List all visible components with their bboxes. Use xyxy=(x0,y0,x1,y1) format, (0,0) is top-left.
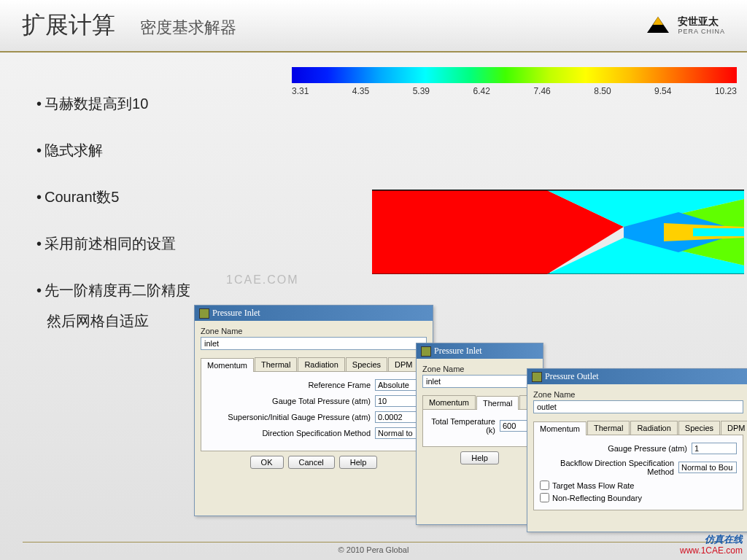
scale-tick: 9.54 xyxy=(654,86,671,96)
scale-tick: 7.46 xyxy=(533,86,550,96)
logo-text-group: 安世亚太 PERA CHINA xyxy=(678,16,725,34)
dialog-title-text: Pressure Inlet xyxy=(434,346,482,357)
total-temp-label: Total Temperature (k) xyxy=(429,417,495,435)
scale-tick: 3.31 xyxy=(292,86,309,96)
tab-bar: Momentum Thermal Radiatio xyxy=(422,395,537,410)
tab-thermal[interactable]: Thermal xyxy=(587,421,630,435)
cancel-button[interactable]: Cancel xyxy=(288,456,335,469)
tab-momentum[interactable]: Momentum xyxy=(533,421,587,435)
tab-content: Gauge Pressure (atm) Backflow Direction … xyxy=(533,435,743,510)
svg-marker-9 xyxy=(693,228,744,236)
help-button[interactable]: Help xyxy=(460,451,499,464)
tab-content: Reference Frame Gauge Total Pressure (at… xyxy=(201,372,427,451)
zone-name-label: Zone Name xyxy=(533,390,743,399)
direction-combo[interactable] xyxy=(375,427,420,439)
button-row: Help xyxy=(422,447,537,469)
company-logo: 安世亚太 PERA CHINA xyxy=(644,15,725,36)
tab-content: Total Temperature (k) xyxy=(422,410,537,447)
tab-dpm[interactable]: DPM xyxy=(721,421,747,435)
watermark-cn: 仿真在线 xyxy=(680,534,743,545)
pressure-inlet-dialog-momentum: Pressure Inlet Zone Name Momentum Therma… xyxy=(194,305,433,516)
ref-frame-label: Reference Frame xyxy=(308,381,371,389)
cfd-contour-plot xyxy=(372,190,744,273)
bullet-item: 采用前述相同的设置 xyxy=(36,235,190,252)
target-mass-checkbox[interactable] xyxy=(540,481,549,490)
tab-species[interactable]: Species xyxy=(346,357,387,371)
tab-momentum[interactable]: Momentum xyxy=(201,358,254,372)
scale-bar xyxy=(292,67,737,83)
supersonic-label: Supersonic/Initial Gauge Pressure (atm) xyxy=(228,413,371,421)
scale-tick: 4.35 xyxy=(352,86,369,96)
scale-tick: 8.50 xyxy=(594,86,611,96)
bullet-item: 先一阶精度再二阶精度 xyxy=(36,281,190,299)
pressure-inlet-dialog-thermal: Pressure Inlet Zone Name Momentum Therma… xyxy=(416,343,543,525)
tab-thermal[interactable]: Thermal xyxy=(255,357,297,371)
supersonic-input[interactable] xyxy=(375,411,420,423)
scale-labels: 3.31 4.35 5.39 6.42 7.46 8.50 9.54 10.23 xyxy=(292,86,737,96)
bullet-item: 马赫数提高到10 xyxy=(36,95,190,112)
color-scale: 3.31 4.35 5.39 6.42 7.46 8.50 9.54 10.23 xyxy=(292,67,737,96)
non-reflecting-label: Non-Reflecting Boundary xyxy=(552,494,642,502)
logo-text-cn: 安世亚太 xyxy=(678,16,725,27)
watermark-url: www.1CAE.com xyxy=(680,545,743,556)
footer-copyright: © 2010 Pera Global xyxy=(0,542,747,554)
bullet-item: 隐式求解 xyxy=(36,141,190,159)
backflow-dir-combo[interactable] xyxy=(678,462,737,473)
tab-thermal[interactable]: Thermal xyxy=(476,396,519,410)
dialog-icon xyxy=(421,346,431,357)
svg-marker-1 xyxy=(653,17,663,25)
dialog-titlebar[interactable]: Pressure Inlet xyxy=(195,306,433,321)
zone-name-label: Zone Name xyxy=(422,365,537,373)
tab-radiation[interactable]: Radiation xyxy=(630,421,677,435)
direction-label: Direction Specification Method xyxy=(262,429,371,438)
gauge-total-input[interactable] xyxy=(375,395,420,407)
tab-species[interactable]: Species xyxy=(678,421,720,435)
help-button[interactable]: Help xyxy=(339,456,378,469)
pressure-outlet-dialog: Pressure Outlet Zone Name Momentum Therm… xyxy=(527,368,747,532)
bullet-item: Courant数5 xyxy=(36,188,190,206)
ok-button[interactable]: OK xyxy=(250,456,284,469)
dialog-icon xyxy=(532,372,542,382)
gauge-pressure-input[interactable] xyxy=(692,443,737,454)
backflow-dir-label: Backflow Direction Specification Method xyxy=(540,459,674,476)
zone-name-input[interactable] xyxy=(533,400,743,413)
dialog-icon xyxy=(199,308,209,319)
tab-bar: Momentum Thermal Radiation Species DPM xyxy=(533,421,743,435)
gauge-pressure-label: Gauge Pressure (atm) xyxy=(608,444,687,453)
bullet-list: 马赫数提高到10 隐式求解 Courant数5 采用前述相同的设置 先一阶精度再… xyxy=(36,95,190,359)
gauge-total-label: Gauge Total Pressure (atm) xyxy=(272,397,371,405)
zone-name-input[interactable] xyxy=(201,337,427,350)
slide-title: 扩展计算 xyxy=(22,12,115,38)
tab-radiation[interactable]: Radiation xyxy=(298,357,344,371)
scale-tick: 5.39 xyxy=(413,86,430,96)
tab-dpm[interactable]: DPM xyxy=(388,357,419,371)
title-group: 扩展计算 密度基求解器 xyxy=(22,9,236,42)
slide-header: 扩展计算 密度基求解器 安世亚太 PERA CHINA xyxy=(0,0,747,52)
tab-momentum[interactable]: Momentum xyxy=(422,395,476,409)
zone-name-input[interactable] xyxy=(422,375,537,388)
dialog-title-text: Pressure Inlet xyxy=(212,308,260,319)
total-temp-input[interactable] xyxy=(500,420,530,432)
slide-subtitle: 密度基求解器 xyxy=(140,18,236,36)
watermark-text: 1CAE.COM xyxy=(226,273,299,287)
button-row: OK Cancel Help xyxy=(201,451,427,473)
tab-bar: Momentum Thermal Radiation Species DPM xyxy=(201,357,427,372)
target-mass-label: Target Mass Flow Rate xyxy=(552,481,634,490)
scale-tick: 6.42 xyxy=(473,86,490,96)
zone-name-label: Zone Name xyxy=(201,327,427,335)
dialog-titlebar[interactable]: Pressure Outlet xyxy=(527,369,747,384)
logo-icon xyxy=(644,15,672,36)
logo-text-en: PERA CHINA xyxy=(678,28,725,35)
ref-frame-combo[interactable] xyxy=(375,379,420,391)
non-reflecting-checkbox[interactable] xyxy=(540,493,549,502)
dialog-titlebar[interactable]: Pressure Inlet xyxy=(417,343,543,359)
side-watermark: 仿真在线 www.1CAE.com xyxy=(680,534,743,556)
dialog-title-text: Pressure Outlet xyxy=(545,371,599,382)
scale-tick: 10.23 xyxy=(715,86,737,96)
svg-rect-2 xyxy=(372,190,547,274)
bullet-item-tail: 然后网格自适应 xyxy=(47,312,190,330)
